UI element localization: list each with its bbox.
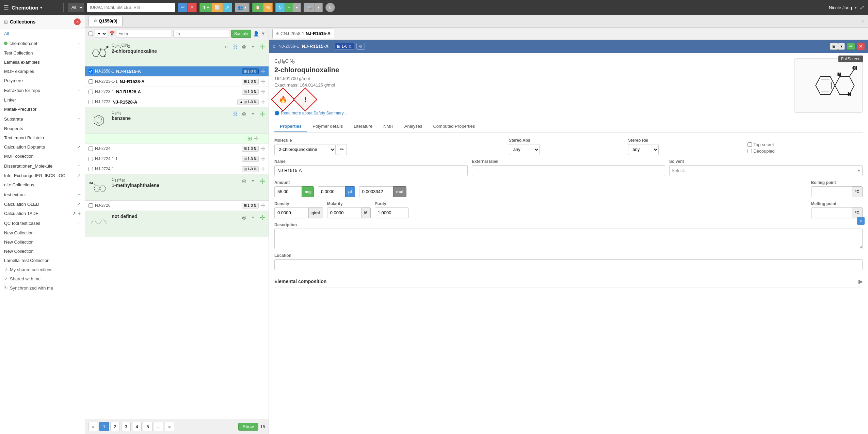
action-chevron-1[interactable]: ▾ [249, 43, 257, 50]
sample-row-nj2724-1-1[interactable]: NJ-2724-1-1 ⊞ 1-0 ⇅ ✛ [85, 154, 269, 164]
page-btn-3[interactable]: 3 [121, 422, 131, 431]
badge-btn[interactable]: 0 [325, 3, 335, 12]
sidebar-item-calc-dop[interactable]: Calculation Doptants ↗ [0, 142, 85, 152]
list-scroll-down-icon[interactable]: ▼ [261, 31, 266, 36]
sidebar-plus-extraktion[interactable]: + [78, 87, 81, 93]
sidebar-item-polymere[interactable]: Polymere [0, 76, 85, 85]
percent-button[interactable]: % [263, 3, 273, 12]
sidebar-plus-chemotion[interactable]: + [78, 40, 81, 46]
user-name[interactable]: Nicole Jung [829, 5, 852, 10]
to-date-input[interactable] [173, 30, 229, 38]
elemental-section[interactable]: Elemental composition ▶ [274, 276, 863, 288]
molecule-select[interactable]: 2-chloroquinoxaline [274, 144, 336, 155]
sidebar-plus-substrate[interactable]: + [78, 116, 81, 122]
drag-handle-nj2723-1-1[interactable]: ✛ [261, 78, 265, 85]
action-circle-undef[interactable]: ◎ [240, 214, 248, 221]
solvent-select-container[interactable]: Select... ▾ [669, 165, 863, 176]
outer-tab[interactable]: ⊙ CNJ-2658-1 NJ-R1515-A [272, 29, 334, 38]
sidebar-share-info[interactable]: ↗ [77, 173, 81, 178]
amount-mg-input[interactable] [274, 186, 302, 197]
row-checkbox-nj2726[interactable] [89, 203, 93, 208]
sample-row-nj2658[interactable]: NJ-2658-1 NJ-R1515-A ⊞ 1-0 ⇅ ✛ [85, 66, 269, 77]
page-btn-2[interactable]: 2 [110, 422, 120, 431]
sidebar-item-substrate[interactable]: Substrate + [0, 114, 85, 124]
row-checkbox-nj2723[interactable] [89, 100, 93, 104]
sidebar-item-lamella-test[interactable]: Lamella Test Collection [0, 256, 85, 265]
sample-row-nj2726[interactable]: NJ-2726 ⊞ 1-0 ⇅ ✛ [85, 201, 269, 211]
sidebar-shared-with-me[interactable]: ↗ Shared with me [0, 274, 85, 283]
sidebar-item-mof-coll[interactable]: MOF collection [0, 152, 85, 161]
drag-handle-nj2658[interactable]: ✛ [261, 68, 265, 75]
sidebar-plus-tadf[interactable]: + [78, 211, 81, 216]
drag-handle-nj2726[interactable]: ✛ [261, 202, 265, 209]
row-checkbox-nj2724[interactable] [89, 146, 93, 151]
add-sample-cross-undef[interactable]: ✛ [259, 214, 265, 222]
page-next-btn[interactable]: » [165, 422, 174, 431]
detail-settings-btn[interactable]: ⚙ [356, 43, 365, 50]
drag-handle-nj2723[interactable]: ✛ [261, 99, 265, 105]
drag-handle-benzene[interactable]: ✛ [254, 135, 258, 142]
sidebar-item-qc[interactable]: QC tool test cases + [0, 218, 85, 228]
description-textarea[interactable] [274, 229, 863, 249]
table-icon-benzene[interactable]: ⊞ [247, 135, 252, 142]
sidebar-item-dissertationen[interactable]: Dissertationen_Molekule + [0, 161, 85, 171]
detail-tab-nmr[interactable]: NMR [378, 121, 399, 132]
action-circle-2[interactable]: ◎ [240, 43, 248, 50]
sidebar-item-lamella-ex[interactable]: Lamella examples [0, 58, 85, 67]
external-input[interactable] [472, 165, 665, 176]
from-date-input[interactable] [116, 30, 172, 38]
sidebar-plus-qc[interactable]: + [78, 220, 81, 226]
add-sample-cross-benzene[interactable]: ✛ [259, 110, 265, 118]
page-btn-4[interactable]: 4 [132, 422, 142, 431]
sidebar-share-oled[interactable]: ↗ [77, 202, 81, 207]
zoom-button[interactable]: 🔍 [304, 3, 315, 12]
row-checkbox-nj2724-1[interactable] [89, 167, 93, 171]
add-sample-cross-methyl[interactable]: ✛ [259, 177, 265, 185]
top-secret-checkbox-label[interactable]: Top secret [748, 142, 863, 147]
purity-input[interactable] [375, 207, 409, 218]
sidebar-plus-test-extract[interactable]: + [78, 191, 81, 198]
top-secret-checkbox[interactable] [748, 142, 752, 147]
brand-dropdown-icon[interactable]: ▾ [40, 5, 42, 10]
row-checkbox-nj2723-1-1[interactable] [89, 79, 93, 84]
stereo-rel-select[interactable]: any [628, 144, 659, 155]
detail-close-btn[interactable]: ✕ [857, 43, 865, 50]
sample-row-nj2723-1[interactable]: NJ-2723-1 NJ-R1528-A ⊞ 1-0 ⇅ ✛ [85, 87, 269, 97]
hamburger-icon[interactable]: ☰ [3, 4, 9, 11]
tab-settings-btn[interactable]: ≡ [862, 18, 865, 24]
melting-input[interactable] [811, 207, 852, 218]
molecule-edit-btn[interactable]: ✏ [337, 144, 347, 155]
sidebar-item-reagents[interactable]: Reagents [0, 124, 85, 133]
sample-row-nj2724-1[interactable]: NJ-2724-1 ⊞ 1-0 ⇅ ✛ [85, 164, 269, 174]
sidebar-item-new1[interactable]: New Collection [0, 228, 85, 237]
sidebar-plus-dissertationen[interactable]: + [78, 163, 81, 169]
detail-tab-analyses[interactable]: Analyses [399, 121, 428, 132]
sidebar-item-metall[interactable]: Metall-Precursor [0, 105, 85, 114]
edit-button[interactable]: ✏ [178, 3, 187, 12]
detail-tab-polymer[interactable]: Polymer details [307, 121, 348, 132]
boiling-input[interactable] [811, 186, 852, 197]
drag-handle-nj2724-1-1[interactable]: ✛ [261, 156, 265, 162]
cancel-button[interactable]: ✕ [187, 3, 197, 12]
add-sample-cross-1[interactable]: ✛ [259, 43, 265, 51]
detail-edit-btn[interactable]: ✏ [847, 43, 855, 50]
row-checkbox-nj2723-1[interactable] [89, 90, 93, 94]
row-checkbox-nj2724-1-1[interactable] [89, 157, 93, 161]
plus-button[interactable]: + [285, 3, 293, 12]
sidebar-share-tadf[interactable]: ↗ [72, 211, 76, 216]
page-btn-5[interactable]: 5 [143, 422, 152, 431]
view-dropdown-btn[interactable]: ▾ [838, 43, 845, 50]
content-tab-q1559[interactable]: ⊙ Q1559(0) [89, 16, 123, 26]
sidebar-item-new2[interactable]: New Collection [0, 237, 85, 247]
user-filter-icon[interactable]: 👤 [253, 31, 259, 36]
sidebar-item-new3[interactable]: New Collection [0, 247, 85, 256]
action-circle-benzene[interactable]: ◎ [240, 110, 248, 118]
search-scope-select[interactable]: All [68, 3, 84, 12]
drag-handle-nj2724[interactable]: ✛ [261, 145, 265, 152]
amount-mol-input[interactable] [359, 186, 393, 197]
show-btn[interactable]: Show [238, 423, 258, 431]
sidebar-item-alte[interactable]: alte Collections [0, 180, 85, 189]
amount-ul-input[interactable] [318, 186, 345, 197]
action-link-1[interactable]: ⛓ [231, 43, 239, 50]
sidebar-sync-with-me[interactable]: ↻ Synchronized with me [0, 283, 85, 293]
